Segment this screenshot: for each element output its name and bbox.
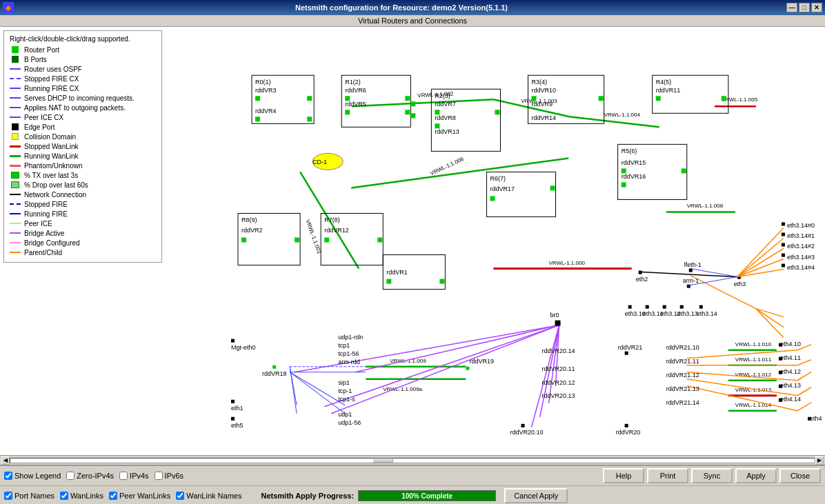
svg-text:eth4.14: eth4.14 [780, 396, 801, 403]
svg-line-51 [797, 403, 811, 411]
ipv6s-checkbox[interactable]: IPv6s [155, 472, 184, 480]
peer-wanlinks-checkbox[interactable]: Peer WanLinks [109, 492, 170, 500]
zero-ipv4s-checkbox[interactable]: Zero-IPv4s [66, 472, 114, 480]
minimize-button[interactable]: — [786, 3, 797, 12]
legend-bridge-active: Bridge Active [10, 229, 156, 237]
svg-text:R1(2): R1(2) [345, 79, 361, 85]
svg-text:rddVR13: rddVR13 [435, 128, 459, 135]
svg-text:tcp1: tcp1 [338, 342, 350, 349]
svg-rect-99 [622, 182, 626, 187]
svg-rect-155 [231, 339, 235, 343]
svg-text:rddVR6: rddVR6 [345, 87, 366, 94]
scrollbar-track [10, 458, 815, 463]
svg-text:eth3.14: eth3.14 [697, 310, 717, 317]
svg-rect-87 [532, 96, 537, 101]
title-bar: ◆ Netsmith configuration for Resource: d… [0, 0, 825, 15]
toolbar-buttons: Help Print Sync Apply Close [603, 468, 821, 483]
svg-text:tcp-1: tcp-1 [338, 387, 352, 394]
svg-text:eth2: eth2 [636, 276, 648, 283]
svg-text:rddVR8: rddVR8 [435, 114, 456, 121]
svg-text:eth3.14#3: eth3.14#3 [787, 254, 815, 261]
legend-b-ports: B Ports [10, 55, 156, 63]
legend-serves-dhcp: Serves DHCP to incoming requests. [10, 94, 156, 102]
wanlinks-checkbox[interactable]: WanLinks [60, 492, 103, 500]
svg-text:tcp1-56: tcp1-56 [338, 350, 359, 357]
svg-rect-208 [410, 113, 415, 118]
svg-text:rddVR20.13: rddVR20.13 [542, 392, 575, 399]
svg-text:VRWL-1.1.008: VRWL-1.1.008 [687, 203, 724, 209]
progress-label: Netsmith Apply Progress: [261, 492, 354, 500]
svg-rect-151 [231, 400, 235, 403]
maximize-button[interactable]: □ [799, 3, 810, 12]
close-button[interactable]: ✕ [811, 3, 822, 12]
svg-text:tcp1-s: tcp1-s [338, 396, 355, 403]
svg-text:br0: br0 [550, 312, 559, 319]
svg-rect-109 [324, 237, 329, 242]
svg-text:rddVR21.13: rddVR21.13 [666, 385, 699, 392]
svg-rect-188 [779, 385, 782, 388]
print-button[interactable]: Print [647, 468, 688, 483]
network-diagram[interactable]: VRWL-1.1.002 VRWL-1.1.003 VRWL-1.1.004 V… [231, 27, 825, 455]
svg-rect-114 [241, 237, 246, 242]
svg-text:eth5: eth5 [231, 422, 243, 429]
horizontal-scrollbar[interactable]: ◀ ▶ [0, 455, 825, 465]
svg-rect-163 [555, 321, 561, 326]
svg-rect-73 [405, 110, 410, 114]
svg-text:rddVR17: rddVR17 [490, 185, 515, 192]
svg-text:eth3.14#1: eth3.14#1 [787, 232, 815, 239]
legend-network-connection: Network Connection [10, 190, 156, 199]
apply-button[interactable]: Apply [735, 468, 777, 483]
svg-text:udp1-rdn: udp1-rdn [338, 334, 363, 341]
svg-line-30 [295, 325, 559, 372]
legend-bridge-configured: Bridge Configured [10, 239, 156, 247]
svg-rect-135 [646, 305, 649, 309]
svg-rect-184 [808, 417, 811, 421]
window-title: Netsmith configuration for Resource: dem… [17, 3, 786, 12]
help-button[interactable]: Help [603, 468, 644, 483]
show-legend-checkbox[interactable]: Show Legend [4, 472, 61, 480]
svg-rect-98 [622, 168, 626, 173]
svg-rect-189 [779, 399, 782, 402]
svg-text:rddVR11: rddVR11 [656, 87, 681, 94]
svg-rect-143 [639, 271, 642, 274]
sync-button[interactable]: Sync [691, 468, 733, 483]
ipv4s-checkbox[interactable]: IPv4s [119, 472, 149, 480]
port-names-checkbox[interactable]: Port Names [4, 492, 54, 500]
legend-drop: % Drop over last 60s [10, 181, 156, 189]
scrollbar-thumb[interactable] [372, 458, 393, 463]
svg-rect-129 [782, 254, 785, 257]
svg-text:eth3.14#2: eth3.14#2 [787, 243, 815, 250]
svg-text:eth4.12: eth4.12 [780, 368, 801, 375]
svg-text:rddVR5: rddVR5 [345, 101, 366, 108]
svg-rect-81 [495, 110, 499, 114]
svg-text:R4(5): R4(5) [656, 79, 672, 85]
svg-rect-161 [625, 424, 628, 427]
scroll-right-button[interactable]: ▶ [815, 456, 824, 465]
svg-text:rddVR2: rddVR2 [241, 227, 263, 234]
svg-rect-71 [345, 110, 350, 114]
svg-text:rddVR21.14: rddVR21.14 [666, 399, 699, 406]
scroll-left-button[interactable]: ◀ [1, 456, 10, 465]
svg-text:eth4.11: eth4.11 [780, 354, 801, 361]
svg-rect-88 [599, 96, 604, 101]
legend: Right-click/double-click/drag supported.… [3, 30, 162, 263]
svg-rect-127 [782, 243, 785, 247]
svg-text:rddVR3: rddVR3 [255, 87, 277, 94]
svg-text:R5(6): R5(6) [622, 148, 637, 154]
svg-text:VRWL-1.1.004: VRWL-1.1.004 [604, 112, 641, 118]
legend-stopped-fire-cx: Stopped FIRE CX [10, 74, 156, 83]
legend-peer-ice: Peer ICE [10, 219, 156, 228]
window-controls: — □ ✕ [786, 3, 822, 12]
svg-text:R7(8): R7(8) [324, 216, 340, 223]
svg-rect-157 [272, 365, 276, 369]
svg-line-55 [290, 372, 345, 405]
svg-text:sip1: sip1 [338, 379, 350, 386]
svg-text:rddVR15: rddVR15 [622, 159, 646, 166]
wanlink-names-checkbox[interactable]: WanLink Names [176, 492, 241, 500]
svg-rect-153 [231, 417, 235, 421]
cancel-apply-button[interactable]: Cancel Apply [504, 488, 568, 503]
svg-rect-133 [628, 305, 632, 309]
legend-edge-port: Edge Port [10, 123, 156, 131]
canvas-area[interactable]: Right-click/double-click/drag supported.… [0, 27, 825, 455]
close-button[interactable]: Close [779, 468, 821, 483]
